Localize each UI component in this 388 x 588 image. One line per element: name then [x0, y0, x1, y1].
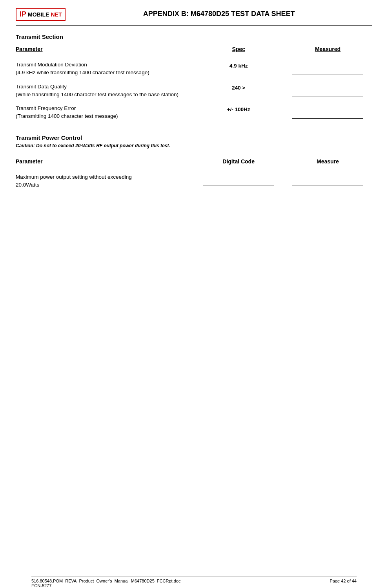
col-header-spec: Spec — [194, 46, 283, 52]
transmit-section-title: Transmit Section — [16, 33, 372, 40]
spec-data-quality: 240 > — [194, 83, 283, 91]
table-row: Transmit Modulation Deviation (4.9 kHz w… — [16, 57, 372, 79]
col-header-measure: Measure — [283, 158, 372, 165]
param-modulation-deviation: Transmit Modulation Deviation (4.9 kHz w… — [16, 61, 194, 77]
table-row: Transmit Frequency Error (Transmitting 1… — [16, 101, 372, 123]
page-footer: 516.80548.POM_REVA_Product_Owner's_Manua… — [31, 576, 357, 588]
power-control-title: Transmit Power Control — [16, 134, 372, 141]
spec-modulation-deviation: 4.9 kHz — [194, 61, 283, 69]
logo-ip: IP — [20, 10, 26, 18]
logo-mobile: MOBILE — [28, 11, 49, 18]
power-control-caution: Caution: Do not to exceed 20-Watts RF ou… — [16, 143, 372, 148]
measured-data-quality — [283, 83, 372, 97]
measure-line — [292, 185, 363, 185]
col-header-parameter: Parameter — [16, 46, 194, 52]
measured-frequency-error — [283, 104, 372, 119]
power-control-section: Transmit Power Control Caution: Do not t… — [16, 134, 372, 191]
param-data-quality: Transmit Data Quality (While transmittin… — [16, 83, 194, 99]
digital-code-max-power — [194, 173, 283, 185]
measure-max-power — [283, 173, 372, 185]
transmit-column-headers: Parameter Spec Measured — [16, 46, 372, 53]
col-header-digital-code: Digital Code — [194, 158, 283, 165]
page-title: APPENDIX B: M64780D25 TEST DATA SHEET — [66, 8, 372, 18]
footer-page-number: Page 42 of 44 — [330, 579, 357, 588]
measured-modulation-deviation — [283, 61, 372, 75]
col-header-measured: Measured — [283, 46, 372, 52]
table-row: Maximum power output setting without exc… — [16, 169, 372, 191]
power-control-column-headers: Parameter Digital Code Measure — [16, 158, 372, 165]
logo-box: IP MOBILE NET — [16, 8, 66, 21]
logo: IP MOBILE NET — [16, 8, 66, 21]
footer-doc-ref: 516.80548.POM_REVA_Product_Owner's_Manua… — [31, 579, 180, 588]
param-frequency-error: Transmit Frequency Error (Transmitting 1… — [16, 104, 194, 121]
transmit-section: Transmit Section Parameter Spec Measured… — [16, 33, 372, 123]
param-max-power: Maximum power output setting without exc… — [16, 173, 194, 189]
measured-line-2 — [292, 97, 363, 97]
measured-line-3 — [292, 118, 363, 119]
page-header: IP MOBILE NET APPENDIX B: M64780D25 TEST… — [16, 8, 372, 26]
table-row: Transmit Data Quality (While transmittin… — [16, 79, 372, 101]
col-header-parameter-pc: Parameter — [16, 158, 194, 165]
spec-frequency-error: +/- 100Hz — [194, 104, 283, 112]
measured-line-1 — [292, 75, 363, 75]
logo-net: NET — [51, 11, 62, 18]
digital-code-line — [203, 185, 274, 185]
